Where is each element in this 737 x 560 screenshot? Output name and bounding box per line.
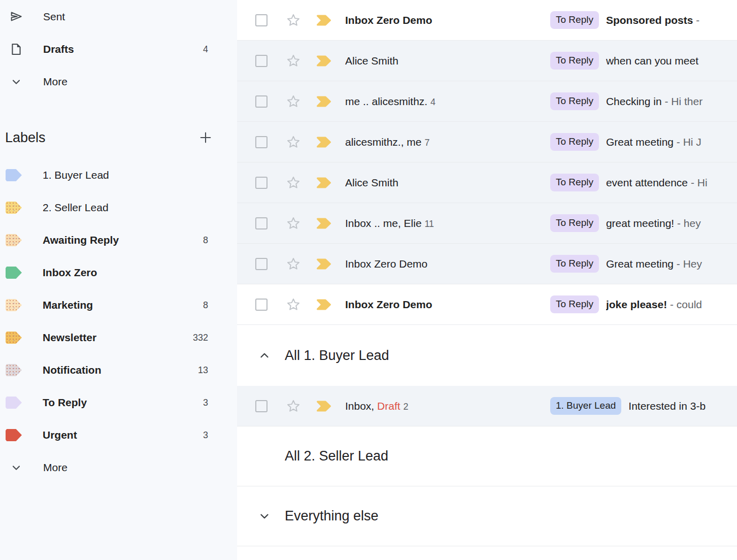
label-badge[interactable]: To Reply [550, 52, 599, 70]
importance-marker-icon[interactable] [316, 217, 333, 229]
sidebar-label-buyer-lead[interactable]: 1. Buyer Lead [0, 159, 237, 191]
email-row[interactable]: Inbox .. me, Elie 11 To Reply great meet… [237, 203, 737, 244]
star-icon[interactable] [286, 297, 301, 312]
importance-marker-icon[interactable] [316, 95, 333, 108]
email-row[interactable]: Inbox Zero Demo To Reply joke please! - … [237, 284, 737, 325]
subject-line: Sponsored posts - [606, 14, 737, 26]
section-seller-lead: All 2. Seller Lead [237, 426, 737, 486]
label-tag-icon [6, 397, 22, 409]
importance-marker-icon[interactable] [316, 299, 333, 311]
section-title[interactable]: Everything else [285, 508, 379, 524]
label-badge[interactable]: To Reply [550, 11, 599, 29]
sidebar-label-seller-lead[interactable]: 2. Seller Lead [0, 191, 237, 224]
label-tag-icon [6, 234, 22, 246]
snippet: Hi [697, 177, 708, 188]
sender-name: me .. alicesmithz. [345, 95, 427, 107]
sidebar-item-sent[interactable]: Sent [0, 1, 237, 33]
label-badge[interactable]: 1. Buyer Lead [550, 397, 621, 415]
star-icon[interactable] [286, 135, 301, 150]
star-icon[interactable] [286, 216, 301, 231]
star-icon[interactable] [286, 175, 301, 190]
label-badge[interactable]: To Reply [550, 214, 599, 232]
sidebar-label-urgent[interactable]: Urgent 3 [0, 419, 237, 451]
label-count: 8 [203, 300, 208, 311]
sender-name: Inbox Zero Demo [345, 299, 432, 310]
label-tag-icon [6, 169, 22, 181]
select-checkbox[interactable] [255, 177, 267, 189]
label-badge[interactable]: To Reply [550, 92, 599, 110]
importance-marker-icon[interactable] [316, 55, 333, 67]
email-list: Inbox Zero Demo To Reply Sponsored posts… [237, 0, 737, 560]
chevron-down-icon[interactable] [257, 509, 272, 523]
sidebar-label-to-reply[interactable]: To Reply 3 [0, 386, 237, 419]
subject-line: great meeting! - hey [606, 217, 737, 229]
label-name: Urgent [43, 429, 203, 441]
label-count: 13 [198, 365, 208, 376]
sidebar-label-notification[interactable]: Notification 13 [0, 354, 237, 386]
select-checkbox[interactable] [255, 136, 267, 148]
subject-line: Great meeting - Hi J [606, 136, 737, 148]
star-icon[interactable] [286, 13, 301, 28]
sender-name: Inbox Zero Demo [345, 14, 432, 26]
label-badge[interactable]: To Reply [550, 133, 599, 151]
sidebar-label-newsletter[interactable]: Newsletter 332 [0, 321, 237, 354]
email-row[interactable]: alicesmithz., me 7 To Reply Great meetin… [237, 122, 737, 162]
send-icon [8, 9, 24, 25]
add-label-button[interactable] [197, 129, 214, 146]
sidebar-labels-more[interactable]: More [0, 451, 237, 484]
chevron-up-icon[interactable] [257, 348, 272, 363]
snippet: Hey [683, 258, 702, 270]
snippet: could [677, 299, 702, 310]
star-icon[interactable] [286, 94, 301, 109]
select-checkbox[interactable] [255, 95, 267, 108]
labels-header: Labels [0, 121, 237, 154]
email-row[interactable]: me .. alicesmithz. 4 To Reply Checking i… [237, 81, 737, 122]
sender-name: Inbox, [345, 400, 374, 412]
sidebar-item-label: More [43, 462, 208, 474]
sidebar-item-drafts[interactable]: Drafts 4 [0, 33, 237, 65]
select-checkbox[interactable] [255, 55, 267, 67]
importance-marker-icon[interactable] [316, 177, 333, 189]
label-name: Notification [43, 364, 198, 376]
draft-indicator: Draft [377, 400, 400, 412]
section-title[interactable]: All 1. Buyer Lead [285, 348, 389, 364]
sidebar-label-inbox-zero[interactable]: Inbox Zero [0, 256, 237, 289]
importance-marker-icon[interactable] [316, 136, 333, 148]
star-icon[interactable] [286, 53, 301, 69]
sender: alicesmithz., me 7 [345, 136, 544, 148]
sidebar-label-marketing[interactable]: Marketing 8 [0, 289, 237, 321]
importance-marker-icon[interactable] [316, 14, 333, 26]
select-checkbox[interactable] [255, 400, 267, 412]
section-title[interactable]: All 2. Seller Lead [285, 448, 388, 464]
importance-marker-icon[interactable] [316, 258, 333, 270]
select-checkbox[interactable] [255, 14, 267, 26]
select-checkbox[interactable] [255, 258, 267, 270]
label-badge[interactable]: To Reply [550, 174, 599, 191]
sender: Inbox Zero Demo [345, 299, 544, 311]
email-row[interactable]: Inbox, Draft 2 1. Buyer Lead Interested … [237, 386, 737, 426]
star-icon[interactable] [286, 399, 301, 414]
subject: joke please! [606, 299, 667, 310]
separator: - [674, 217, 684, 229]
email-row[interactable]: Alice Smith To Reply event attendence - … [237, 162, 737, 203]
thread-count: 11 [424, 219, 434, 229]
select-checkbox[interactable] [255, 217, 267, 229]
label-count: 8 [203, 235, 208, 246]
subject: event attendence [606, 177, 688, 188]
label-badge[interactable]: To Reply [550, 295, 599, 313]
sender: Alice Smith [345, 55, 544, 67]
sender-name: Inbox .. me, Elie [345, 217, 422, 229]
email-row[interactable]: Inbox Zero Demo To Reply Sponsored posts… [237, 0, 737, 41]
label-badge[interactable]: To Reply [550, 255, 599, 273]
star-icon[interactable] [286, 256, 301, 272]
email-row[interactable]: Inbox Zero Demo To Reply Great meeting -… [237, 244, 737, 284]
importance-marker-icon[interactable] [316, 400, 333, 412]
email-row[interactable]: Alice Smith To Reply when can you meet [237, 41, 737, 81]
sender: Alice Smith [345, 177, 544, 189]
sidebar-item-more[interactable]: More [0, 65, 237, 98]
label-name: To Reply [43, 397, 203, 409]
gmail-app: Sent Drafts 4 More Labels [0, 0, 737, 560]
select-checkbox[interactable] [255, 299, 267, 311]
sidebar-label-awaiting-reply[interactable]: Awaiting Reply 8 [0, 224, 237, 256]
sender-name: alicesmithz., me [345, 136, 422, 148]
